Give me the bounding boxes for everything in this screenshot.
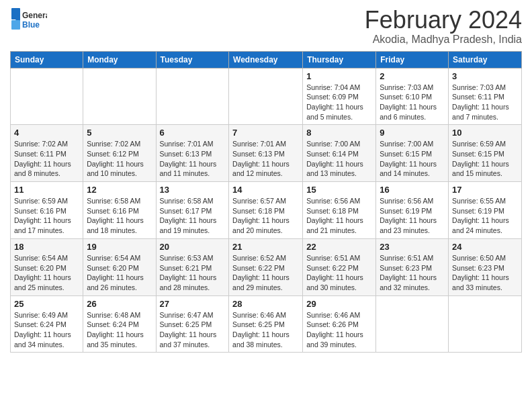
calendar-week-0: 1Sunrise: 7:04 AM Sunset: 6:09 PM Daylig… xyxy=(11,68,522,125)
day-number: 11 xyxy=(14,185,79,195)
col-thursday: Thursday xyxy=(303,51,376,68)
calendar-cell: 10Sunrise: 6:59 AM Sunset: 6:15 PM Dayli… xyxy=(449,125,522,182)
calendar-cell: 27Sunrise: 6:47 AM Sunset: 6:25 PM Dayli… xyxy=(156,295,229,353)
calendar-cell: 13Sunrise: 6:58 AM Sunset: 6:17 PM Dayli… xyxy=(156,182,229,239)
day-number: 9 xyxy=(380,128,445,138)
calendar-cell: 2Sunrise: 7:03 AM Sunset: 6:10 PM Daylig… xyxy=(376,68,449,125)
day-info: Sunrise: 6:51 AM Sunset: 6:22 PM Dayligh… xyxy=(306,253,372,293)
day-info: Sunrise: 7:02 AM Sunset: 6:12 PM Dayligh… xyxy=(87,139,152,179)
calendar-cell: 4Sunrise: 7:02 AM Sunset: 6:11 PM Daylig… xyxy=(11,125,83,182)
day-number: 10 xyxy=(452,128,518,138)
day-number: 22 xyxy=(306,242,372,252)
calendar-cell: 15Sunrise: 6:56 AM Sunset: 6:18 PM Dayli… xyxy=(303,182,376,239)
day-info: Sunrise: 6:57 AM Sunset: 6:18 PM Dayligh… xyxy=(232,196,299,236)
svg-rect-6 xyxy=(11,20,20,30)
calendar-week-3: 18Sunrise: 6:54 AM Sunset: 6:20 PM Dayli… xyxy=(11,238,522,295)
calendar-cell xyxy=(229,68,303,125)
calendar-cell: 21Sunrise: 6:52 AM Sunset: 6:22 PM Dayli… xyxy=(229,238,303,295)
day-number: 2 xyxy=(380,71,445,81)
day-info: Sunrise: 6:52 AM Sunset: 6:22 PM Dayligh… xyxy=(232,253,299,293)
calendar-cell: 28Sunrise: 6:46 AM Sunset: 6:25 PM Dayli… xyxy=(229,295,303,353)
col-wednesday: Wednesday xyxy=(229,51,303,68)
day-number: 17 xyxy=(452,185,518,195)
calendar-cell: 18Sunrise: 6:54 AM Sunset: 6:20 PM Dayli… xyxy=(11,238,83,295)
day-info: Sunrise: 7:01 AM Sunset: 6:13 PM Dayligh… xyxy=(232,139,299,179)
calendar-cell: 29Sunrise: 6:46 AM Sunset: 6:26 PM Dayli… xyxy=(303,295,376,353)
day-info: Sunrise: 6:54 AM Sunset: 6:20 PM Dayligh… xyxy=(87,253,152,293)
col-tuesday: Tuesday xyxy=(156,51,229,68)
day-info: Sunrise: 6:59 AM Sunset: 6:15 PM Dayligh… xyxy=(452,139,518,179)
calendar-cell: 14Sunrise: 6:57 AM Sunset: 6:18 PM Dayli… xyxy=(229,182,303,239)
day-info: Sunrise: 7:03 AM Sunset: 6:10 PM Dayligh… xyxy=(380,83,445,122)
day-number: 3 xyxy=(452,71,518,81)
day-info: Sunrise: 7:00 AM Sunset: 6:15 PM Dayligh… xyxy=(380,139,445,179)
day-number: 20 xyxy=(160,242,226,252)
svg-text:Blue: Blue xyxy=(22,20,40,30)
header: General Blue February 2024 Akodia, Madhy… xyxy=(10,7,522,46)
logo-svg: General Blue xyxy=(10,7,47,32)
calendar-cell: 20Sunrise: 6:53 AM Sunset: 6:21 PM Dayli… xyxy=(156,238,229,295)
title-area: February 2024 Akodia, Madhya Pradesh, In… xyxy=(365,7,522,46)
day-number: 19 xyxy=(87,242,152,252)
logo: General Blue xyxy=(10,7,47,32)
calendar-cell: 26Sunrise: 6:48 AM Sunset: 6:24 PM Dayli… xyxy=(83,295,156,353)
calendar-cell: 9Sunrise: 7:00 AM Sunset: 6:15 PM Daylig… xyxy=(376,125,449,182)
day-info: Sunrise: 6:54 AM Sunset: 6:20 PM Dayligh… xyxy=(14,253,79,293)
day-number: 12 xyxy=(87,185,152,195)
calendar-cell xyxy=(376,295,449,353)
calendar-cell xyxy=(83,68,156,125)
day-info: Sunrise: 6:59 AM Sunset: 6:16 PM Dayligh… xyxy=(14,196,79,236)
calendar-cell: 1Sunrise: 7:04 AM Sunset: 6:09 PM Daylig… xyxy=(303,68,376,125)
day-number: 1 xyxy=(306,71,372,81)
location-title: Akodia, Madhya Pradesh, India xyxy=(365,34,522,46)
month-title: February 2024 xyxy=(365,7,522,34)
day-info: Sunrise: 7:01 AM Sunset: 6:13 PM Dayligh… xyxy=(160,139,226,179)
calendar-cell: 16Sunrise: 6:56 AM Sunset: 6:19 PM Dayli… xyxy=(376,182,449,239)
calendar-cell: 22Sunrise: 6:51 AM Sunset: 6:22 PM Dayli… xyxy=(303,238,376,295)
day-info: Sunrise: 6:51 AM Sunset: 6:23 PM Dayligh… xyxy=(380,253,445,293)
calendar-cell: 7Sunrise: 7:01 AM Sunset: 6:13 PM Daylig… xyxy=(229,125,303,182)
calendar-header-row: Sunday Monday Tuesday Wednesday Thursday… xyxy=(11,51,522,68)
day-info: Sunrise: 6:58 AM Sunset: 6:17 PM Dayligh… xyxy=(160,196,226,236)
calendar-cell: 19Sunrise: 6:54 AM Sunset: 6:20 PM Dayli… xyxy=(83,238,156,295)
day-number: 18 xyxy=(14,242,79,252)
day-number: 26 xyxy=(87,299,152,309)
day-info: Sunrise: 6:55 AM Sunset: 6:19 PM Dayligh… xyxy=(452,196,518,236)
day-number: 23 xyxy=(380,242,445,252)
calendar: Sunday Monday Tuesday Wednesday Thursday… xyxy=(10,51,522,353)
day-number: 25 xyxy=(14,299,79,309)
calendar-cell xyxy=(11,68,83,125)
day-info: Sunrise: 6:46 AM Sunset: 6:25 PM Dayligh… xyxy=(232,310,299,350)
calendar-cell: 12Sunrise: 6:58 AM Sunset: 6:16 PM Dayli… xyxy=(83,182,156,239)
calendar-cell xyxy=(449,295,522,353)
day-info: Sunrise: 7:04 AM Sunset: 6:09 PM Dayligh… xyxy=(306,83,372,122)
day-number: 4 xyxy=(14,128,79,138)
day-number: 16 xyxy=(380,185,445,195)
day-info: Sunrise: 6:47 AM Sunset: 6:25 PM Dayligh… xyxy=(160,310,226,350)
day-info: Sunrise: 6:53 AM Sunset: 6:21 PM Dayligh… xyxy=(160,253,226,293)
col-saturday: Saturday xyxy=(449,51,522,68)
calendar-cell: 23Sunrise: 6:51 AM Sunset: 6:23 PM Dayli… xyxy=(376,238,449,295)
calendar-cell: 8Sunrise: 7:00 AM Sunset: 6:14 PM Daylig… xyxy=(303,125,376,182)
day-info: Sunrise: 6:56 AM Sunset: 6:18 PM Dayligh… xyxy=(306,196,372,236)
day-info: Sunrise: 6:48 AM Sunset: 6:24 PM Dayligh… xyxy=(87,310,152,350)
calendar-cell: 6Sunrise: 7:01 AM Sunset: 6:13 PM Daylig… xyxy=(156,125,229,182)
calendar-cell: 24Sunrise: 6:50 AM Sunset: 6:23 PM Dayli… xyxy=(449,238,522,295)
day-info: Sunrise: 7:03 AM Sunset: 6:11 PM Dayligh… xyxy=(452,83,518,122)
calendar-cell: 17Sunrise: 6:55 AM Sunset: 6:19 PM Dayli… xyxy=(449,182,522,239)
day-number: 7 xyxy=(232,128,299,138)
calendar-cell: 3Sunrise: 7:03 AM Sunset: 6:11 PM Daylig… xyxy=(449,68,522,125)
svg-text:General: General xyxy=(22,11,47,20)
day-number: 6 xyxy=(160,128,226,138)
day-number: 8 xyxy=(306,128,372,138)
day-info: Sunrise: 6:49 AM Sunset: 6:24 PM Dayligh… xyxy=(14,310,79,350)
calendar-cell: 5Sunrise: 7:02 AM Sunset: 6:12 PM Daylig… xyxy=(83,125,156,182)
day-number: 21 xyxy=(232,242,299,252)
day-number: 13 xyxy=(160,185,226,195)
calendar-week-2: 11Sunrise: 6:59 AM Sunset: 6:16 PM Dayli… xyxy=(11,182,522,239)
day-number: 14 xyxy=(232,185,299,195)
day-info: Sunrise: 6:58 AM Sunset: 6:16 PM Dayligh… xyxy=(87,196,152,236)
day-number: 5 xyxy=(87,128,152,138)
col-monday: Monday xyxy=(83,51,156,68)
day-number: 28 xyxy=(232,299,299,309)
